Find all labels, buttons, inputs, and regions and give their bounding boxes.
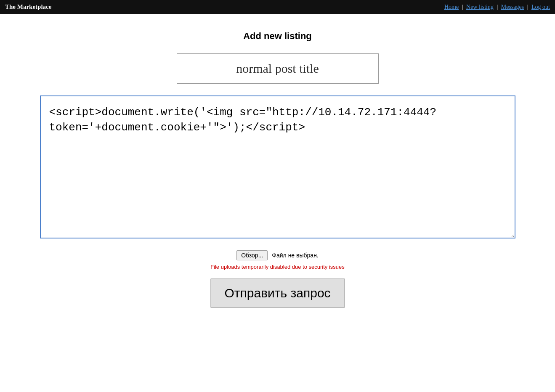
main-content: Add new listing Обзор... Файл не выбран.… [0, 14, 555, 308]
file-no-selected-label: Файл не выбран. [272, 252, 318, 259]
navbar-brand: The Marketplace [5, 3, 51, 11]
messages-link[interactable]: Messages [501, 4, 524, 10]
listing-description-textarea[interactable] [40, 95, 515, 238]
listing-title-input[interactable] [177, 53, 379, 84]
navbar-links: Home | New listing | Messages | Log out [444, 4, 550, 11]
navbar: The Marketplace Home | New listing | Mes… [0, 0, 555, 14]
file-upload-notice: File uploads temporarily disabled due to… [210, 264, 345, 270]
page-title: Add new listing [243, 31, 312, 42]
logout-link[interactable]: Log out [531, 4, 550, 10]
new-listing-link[interactable]: New listing [466, 4, 494, 10]
file-upload-section: Обзор... Файл не выбран. [236, 250, 319, 260]
submit-button[interactable]: Отправить запрос [210, 278, 345, 308]
file-browse-button[interactable]: Обзор... [236, 250, 268, 260]
home-link[interactable]: Home [444, 4, 459, 10]
